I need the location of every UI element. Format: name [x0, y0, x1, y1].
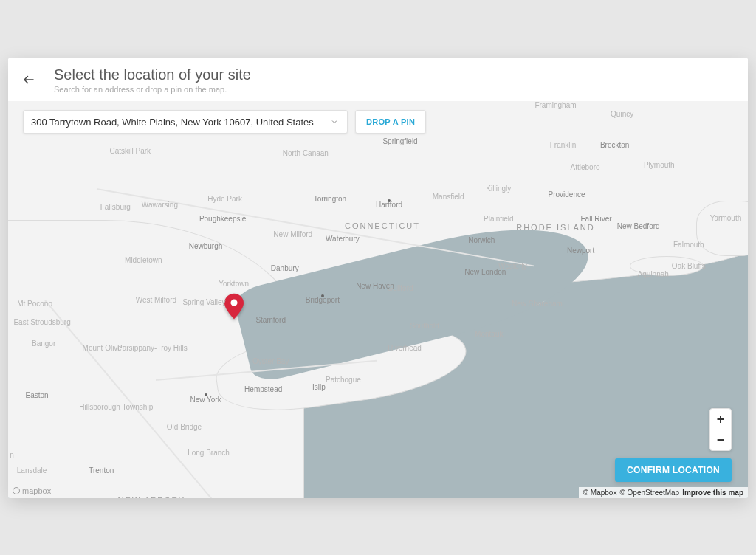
zoom-out-button[interactable]: − [710, 430, 731, 450]
confirm-location-button[interactable]: CONFIRM LOCATION [615, 458, 732, 482]
arrow-left-icon [22, 73, 35, 86]
map[interactable]: 300 Tarrytown Road, White Plains, New Yo… [8, 101, 748, 498]
attr-mapbox[interactable]: © Mapbox [583, 489, 617, 497]
city-dot [321, 294, 324, 297]
city-dot [205, 393, 207, 396]
map-attribution: © Mapbox © OpenStreetMap Improve this ma… [579, 487, 748, 498]
page-title: Select the location of your site [54, 66, 251, 83]
mapbox-logo: mapbox [13, 486, 51, 495]
city-dot [388, 199, 391, 202]
attr-improve[interactable]: Improve this map [682, 489, 743, 497]
drop-pin-button[interactable]: DROP A PIN [355, 110, 426, 134]
svg-point-1 [230, 299, 237, 306]
page-subtitle: Search for an address or drop a pin on t… [54, 85, 251, 94]
header: Select the location of your site Search … [8, 58, 748, 101]
chevron-down-icon [329, 117, 340, 127]
attr-osm[interactable]: © OpenStreetMap [619, 489, 679, 497]
map-pin-icon[interactable] [224, 293, 244, 320]
zoom-in-button[interactable]: + [710, 409, 731, 430]
zoom-controls: + − [709, 408, 732, 451]
address-value: 300 Tarrytown Road, White Plains, New Yo… [31, 117, 314, 128]
address-select[interactable]: 300 Tarrytown Road, White Plains, New Yo… [23, 110, 348, 134]
back-button[interactable] [20, 71, 38, 89]
map-label: Montauk [475, 329, 503, 337]
location-card: Select the location of your site Search … [8, 58, 748, 498]
